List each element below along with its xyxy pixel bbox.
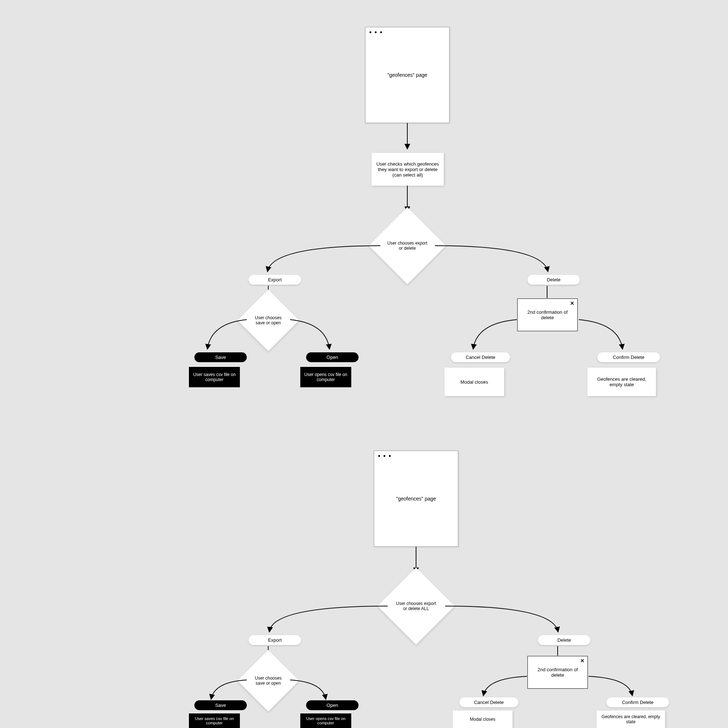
save-result: User saves csv file on computer xyxy=(189,367,240,387)
confirm-delete-pill-2[interactable]: Confirm Delete xyxy=(606,697,669,707)
open-result-text-2: User opens csv file on computer xyxy=(304,716,348,725)
delete-label: Delete xyxy=(547,277,561,283)
cancel-delete-pill-2[interactable]: Cancel Delete xyxy=(459,697,518,707)
cancel-result: Modal closes xyxy=(444,368,504,396)
decision-save-or-open: User chooses save or open xyxy=(246,298,290,342)
close-icon[interactable]: ✕ xyxy=(570,300,574,306)
confirm-result-text: Geofences are cleared, empty state xyxy=(591,376,652,387)
confirm-modal-text-2: 2nd confirmation of delete xyxy=(531,667,584,678)
save-label-2: Save xyxy=(215,702,226,708)
open-result: User opens csv file on computer xyxy=(300,367,351,387)
save-label: Save xyxy=(215,355,226,360)
decision-text: User chooses export or delete xyxy=(380,241,434,251)
confirm-delete-label-2: Confirm Delete xyxy=(622,700,654,705)
start-page-label: "geofences" page xyxy=(387,72,427,78)
delete-confirm-modal: ✕ 2nd confirmation of delete xyxy=(517,298,578,331)
save-result-text: User saves csv file on computer xyxy=(193,372,236,382)
confirm-modal-text: 2nd confirmation of delete xyxy=(521,309,574,320)
confirm-result-text-2: Geofences are cleared, empty state xyxy=(600,714,661,724)
start-page-label-2: "geofences" page xyxy=(396,496,436,502)
start-window: ● ● ● "geofences" page xyxy=(365,27,450,123)
checks-step: User checks which geofences they want to… xyxy=(372,153,444,186)
export-pill[interactable]: Export xyxy=(249,275,301,284)
open-result-text: User opens csv file on computer xyxy=(304,372,348,382)
window-dots-icon: ● ● ● xyxy=(378,453,392,458)
open-label: Open xyxy=(327,355,338,360)
open-result-2: User opens csv file on computer xyxy=(300,713,351,728)
confirm-delete-label: Confirm Delete xyxy=(613,355,645,360)
cancel-result-text-2: Modal closes xyxy=(470,717,496,722)
cancel-delete-label: Cancel Delete xyxy=(466,355,496,360)
open-pill-2[interactable]: Open xyxy=(306,700,359,710)
open-pill[interactable]: Open xyxy=(306,352,359,362)
decision-text-2: User chooses export or delete ALL xyxy=(389,601,444,611)
save-pill[interactable]: Save xyxy=(194,352,247,362)
confirm-result-2: Geofences are cleared, empty state xyxy=(596,711,665,728)
export-pill-2[interactable]: Export xyxy=(249,635,301,645)
save-result-text-2: User saves csv file on computer xyxy=(193,716,236,725)
cancel-delete-pill[interactable]: Cancel Delete xyxy=(451,352,510,362)
start-window-2: ● ● ● "geofences" page xyxy=(374,451,458,547)
delete-pill[interactable]: Delete xyxy=(528,275,580,284)
export-label-2: Export xyxy=(268,637,282,643)
open-label-2: Open xyxy=(327,702,338,708)
save-result-2: User saves csv file on computer xyxy=(189,713,240,728)
checks-text: User checks which geofences they want to… xyxy=(375,161,440,177)
save-or-open-text: User chooses save or open xyxy=(246,315,290,326)
window-dots-icon: ● ● ● xyxy=(369,29,383,35)
save-or-open-text-2: User chooses save or open xyxy=(246,676,290,686)
cancel-result-text: Modal closes xyxy=(460,379,488,385)
save-pill-2[interactable]: Save xyxy=(194,700,247,710)
delete-pill-2[interactable]: Delete xyxy=(538,635,590,645)
cancel-delete-label-2: Cancel Delete xyxy=(474,700,504,705)
decision-export-or-delete: User chooses export or delete xyxy=(380,219,434,273)
export-label: Export xyxy=(268,277,282,283)
cancel-result-2: Modal closes xyxy=(453,711,512,728)
confirm-delete-pill[interactable]: Confirm Delete xyxy=(597,352,660,362)
confirm-result: Geofences are cleared, empty state xyxy=(587,368,656,396)
delete-confirm-modal-2: ✕ 2nd confirmation of delete xyxy=(528,656,588,689)
close-icon[interactable]: ✕ xyxy=(580,658,584,664)
decision-export-or-delete-all: User chooses export or delete ALL xyxy=(389,579,444,633)
decision-save-or-open-2: User chooses save or open xyxy=(246,659,290,702)
delete-label-2: Delete xyxy=(557,637,571,643)
